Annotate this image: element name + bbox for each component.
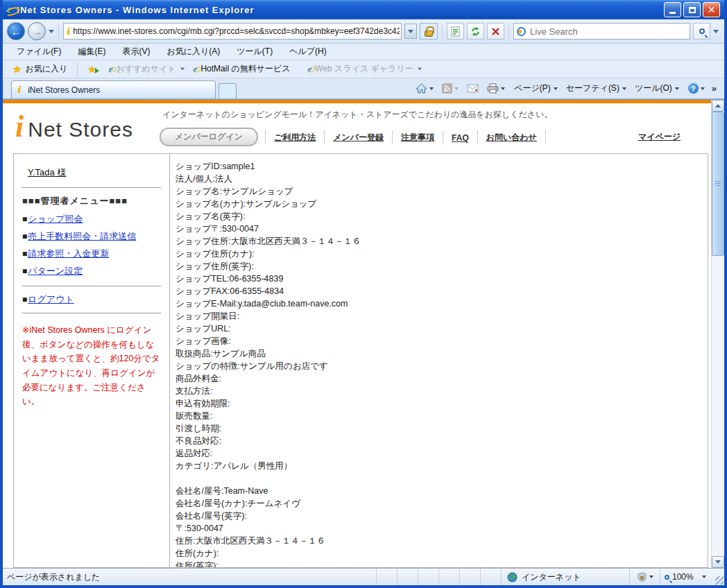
menu-item[interactable]: 編集(E) [71,44,112,59]
url-field[interactable]: i [63,23,402,40]
print-button[interactable] [484,81,508,96]
add-to-favorites-bar-button[interactable]: ★ [83,62,101,76]
sidebar-menu-link[interactable]: ショップ照会 [28,213,83,225]
scroll-down-button[interactable] [712,556,724,568]
command-menu-button[interactable]: ツール(O) [631,80,683,96]
favorites-item-label: HotMail の無料サービス [200,63,290,75]
minimize-button[interactable] [664,2,681,17]
search-input[interactable] [530,26,687,37]
favorites-bar-item[interactable]: e HotMail の無料サービス [189,62,304,76]
command-menu-button[interactable]: セーフティ(S) [562,80,631,96]
detail-line: ショップ住所(英字): [176,260,708,273]
feeds-button[interactable] [438,81,462,96]
nav-link-wrap: ご利用方法 [265,130,324,144]
vertical-scrollbar[interactable] [711,100,724,568]
status-cell [480,569,501,585]
detail-line: カテゴリ:アパレル（男性用） [176,460,708,472]
header-nav-link[interactable]: ご利用方法 [265,131,324,144]
toolbar-overflow-button[interactable]: » [710,83,719,94]
user-name-link[interactable]: Y.Tada 様 [28,166,66,179]
divider [22,187,161,188]
scrollbar-track[interactable] [712,112,724,556]
zoom-control[interactable]: 100% [660,569,715,585]
sidebar-menu-link[interactable]: パターン設定 [28,265,83,277]
sidebar-menu-item: ■ 請求参照・入金更新 [22,248,161,260]
zone-label: インターネット [522,571,581,583]
scrollbar-thumb[interactable] [712,112,724,256]
chevron-down-icon [429,87,434,90]
site-logo[interactable]: i Net Stores [15,114,154,141]
chevron-down-icon [649,576,653,578]
search-box[interactable] [513,23,690,40]
detail-line: 会社名/屋号(英字): [176,510,708,522]
read-mail-button[interactable] [463,82,482,95]
sidebar-menu-link[interactable]: 請求参照・入金更新 [28,248,109,260]
nav-link-wrap: メンバー登録 [324,130,392,144]
detail-line: 住所(英字): [176,560,708,567]
zoom-level: 100% [672,572,694,582]
header-nav-link[interactable]: メンバー登録 [324,131,392,144]
search-options-dropdown[interactable] [713,30,719,33]
menu-item[interactable]: ツール(T) [230,44,280,59]
tab-favicon-icon: i [17,84,20,96]
security-zone: インターネット [501,569,629,585]
favorites-item-label: Web スライス ギャラリー [315,63,413,75]
help-button[interactable]: ? [685,81,708,96]
menu-item[interactable]: 表示(V) [115,44,157,59]
detail-line: 引渡し時期: [176,422,708,435]
shield-icon [637,572,647,582]
ie-page-icon: e [308,64,312,75]
spacer [176,472,708,485]
detail-line: ショップ名:サンプルショップ [176,185,708,198]
header-nav-link[interactable]: 注意事項 [392,131,443,144]
protected-mode-button[interactable] [629,569,660,585]
star-icon: ★ [12,63,22,76]
maximize-button[interactable] [683,2,701,17]
compatibility-view-button[interactable] [447,23,464,40]
logout-link[interactable]: ログアウト [28,293,74,306]
favorites-bar-item[interactable]: e おすすめサイト [105,62,189,76]
tab-label: iNet Stores Owners [28,85,100,95]
tab-inet-stores-owners[interactable]: i iNet Stores Owners [11,80,216,98]
detail-line: ショップ名(カナ):サンプルショップ [176,198,708,210]
admin-menu-title: ■■■管理者メニュー■■■ [22,195,161,207]
shop-detail-panel: ショップID:sample1法人/個人:法人ショップ名:サンプルショップショップ… [170,154,708,567]
menu-item[interactable]: お気に入り(A) [160,44,227,59]
header-nav-link[interactable]: お問い合わせ [477,131,546,144]
sidebar-menu-item: ■ 売上手数料照会・請求送信 [22,230,161,243]
timeout-notice: ※iNet Stores Owners にログイン後、ボタンなどの操作を何もしな… [22,323,161,409]
detail-line: 返品対応: [176,447,708,460]
home-icon [416,83,427,94]
home-button[interactable] [412,81,437,96]
stop-button[interactable] [487,23,504,40]
minimize-icon [669,12,676,14]
status-bar: ページが表示されました インターネット 100% [3,568,724,585]
back-button[interactable]: ← [7,22,25,40]
chevron-down-icon [408,30,413,33]
favorites-bar-item[interactable]: e Web スライス ギャラリー [304,62,427,76]
menu-item[interactable]: ヘルプ(H) [282,44,334,59]
menu-item[interactable]: ファイル(F) [10,44,68,59]
title-bar: e iNet Stores Owners - Windows Internet … [3,0,724,19]
header-nav-link[interactable]: FAQ [443,132,477,144]
chevron-down-icon [501,87,505,90]
resize-grip[interactable] [715,576,724,585]
refresh-button[interactable] [467,23,484,40]
close-button[interactable]: ✕ [703,2,720,17]
history-dropdown[interactable] [49,30,54,33]
search-go-button[interactable] [693,23,710,40]
url-dropdown-button[interactable] [404,24,417,39]
new-tab-button[interactable] [219,83,237,98]
chevron-down-icon [675,87,679,90]
globe-icon [507,572,518,582]
ssl-lock-button[interactable] [420,23,438,40]
favorites-button[interactable]: ★ お気に入り [8,62,71,77]
detail-line: 会社名/屋号(カナ):チームネイヴ [176,497,708,510]
sidebar-menu-link[interactable]: 売上手数料照会・請求送信 [28,230,136,243]
url-input[interactable] [73,26,400,36]
scroll-up-button[interactable] [712,100,724,112]
mypage-link[interactable]: マイページ [638,131,681,143]
member-login-button[interactable]: メンバーログイン [160,128,258,146]
forward-button[interactable]: → [28,22,46,40]
command-menu-button[interactable]: ページ(P) [510,80,562,96]
